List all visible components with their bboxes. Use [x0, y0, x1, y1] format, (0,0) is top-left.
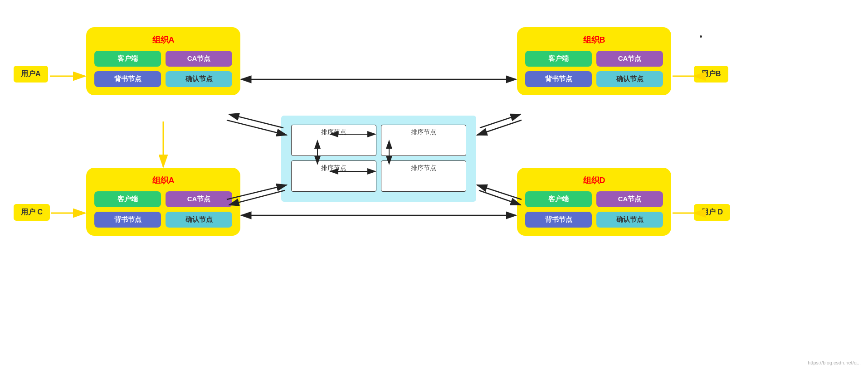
diagram: 组织A 客户端 CA节点 背书节点 确认节点 组织B 客户端 CA节点 背书节点…: [0, 0, 868, 369]
org-b-confirm: 确认节点: [596, 71, 663, 87]
user-d: 用户 D: [694, 204, 730, 221]
org-a-top-ca: CA节点: [166, 51, 232, 67]
org-b-client: 客户端: [525, 51, 592, 67]
arrow-orga-top-ordering: [227, 120, 287, 135]
org-a-top-endorse: 背书节点: [94, 71, 161, 87]
org-a-bottom-title: 组织A: [94, 175, 232, 186]
org-d-confirm: 确认节点: [596, 212, 663, 228]
org-d-client: 客户端: [525, 191, 592, 207]
org-a-bottom-confirm: 确认节点: [166, 212, 232, 228]
org-d: 组织D 客户端 CA节点 背书节点 确认节点: [517, 168, 671, 236]
dot-decoration: [700, 35, 702, 38]
ordering-service: 排序节点 排序节点 排序节点 排序节点: [281, 116, 476, 202]
org-a-top-confirm: 确认节点: [166, 71, 232, 87]
arrow-orgb-ordering: [477, 120, 522, 135]
org-a-bottom-ca: CA节点: [166, 191, 232, 207]
order-node-4: 排序节点: [381, 160, 466, 192]
order-node-3: 排序节点: [291, 160, 376, 192]
order-node-1: 排序节点: [291, 125, 376, 156]
org-d-title: 组织D: [525, 175, 663, 186]
org-d-ca: CA节点: [596, 191, 663, 207]
user-a: 用户A: [14, 66, 48, 83]
arrow-ordering-orgb: [480, 114, 521, 128]
arrow-ordering-orga-top: [229, 114, 283, 128]
org-b-endorse: 背书节点: [525, 71, 592, 87]
org-b: 组织B 客户端 CA节点 背书节点 确认节点: [517, 27, 671, 95]
user-c: 用户 C: [14, 204, 50, 221]
arrow-ordering-orgd: [479, 190, 521, 205]
org-a-top-title: 组织A: [94, 34, 232, 45]
order-node-2: 排序节点: [381, 125, 466, 156]
org-a-top-client: 客户端: [94, 51, 161, 67]
org-a-bottom-client: 客户端: [94, 191, 161, 207]
org-a-top: 组织A 客户端 CA节点 背书节点 确认节点: [86, 27, 240, 95]
org-b-ca: CA节点: [596, 51, 663, 67]
user-b: 用户B: [694, 66, 728, 83]
org-a-bottom: 组织A 客户端 CA节点 背书节点 确认节点: [86, 168, 240, 236]
org-b-title: 组织B: [525, 34, 663, 45]
org-d-endorse: 背书节点: [525, 212, 592, 228]
org-a-bottom-endorse: 背书节点: [94, 212, 161, 228]
watermark: https://blog.csdn.net/q...: [808, 360, 861, 365]
arrow-orgd-ordering: [477, 185, 522, 199]
